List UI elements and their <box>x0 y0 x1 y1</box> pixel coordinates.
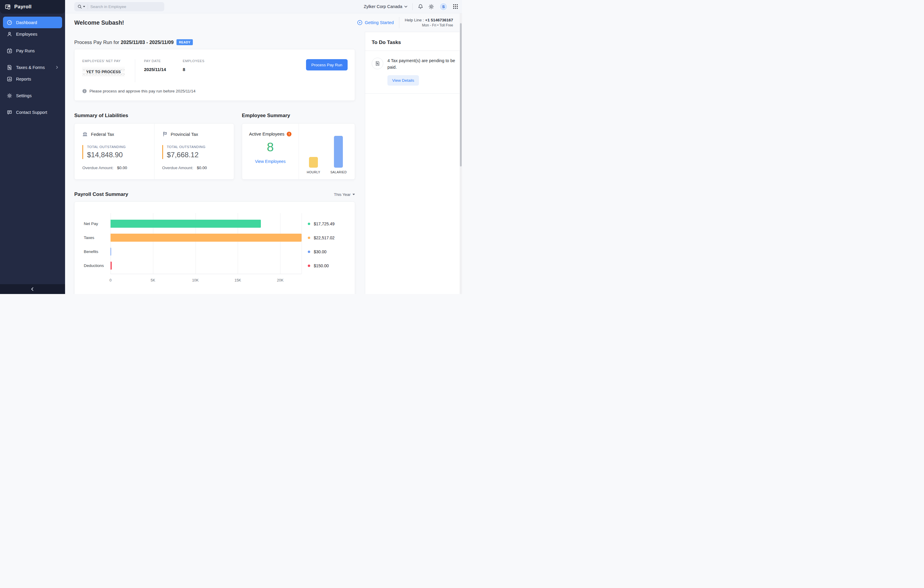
sidebar-item-taxes-forms[interactable]: Taxes & Forms <box>3 61 62 73</box>
legend-value: $17,725.49 <box>314 221 335 226</box>
payrun-col-employees: EMPLOYEES8 <box>183 59 205 72</box>
active-employees-count: 8 <box>267 140 274 154</box>
org-selector[interactable]: Zylker Corp Canada <box>364 4 408 9</box>
payroll-cost-title: Payroll Cost Summary <box>74 192 128 197</box>
view-details-button[interactable]: View Details <box>388 75 419 86</box>
employee-summary-title: Employee Summary <box>242 113 355 119</box>
header-right: Getting Started Help Line :+1 5146736167… <box>357 17 457 28</box>
bar-deductions <box>111 262 112 269</box>
caret-down-icon <box>352 193 355 195</box>
overdue-label: Overdue Amount: <box>162 165 193 170</box>
sidebar-item-reports[interactable]: Reports <box>3 73 62 85</box>
chevron-right-icon <box>56 66 59 69</box>
page-scrollbar[interactable] <box>460 13 462 294</box>
sidebar-item-pay-runs[interactable]: Pay Runs <box>3 45 62 56</box>
notifications-bell-icon[interactable] <box>418 4 423 10</box>
outstanding-label: TOTAL OUTSTANDING <box>87 145 147 149</box>
gridline <box>280 213 280 274</box>
info-icon <box>82 89 87 93</box>
caret-down-icon <box>83 6 85 7</box>
bar-net-pay <box>111 220 261 228</box>
liabilities-section: Summary of Liabilities Federal TaxTOTAL … <box>74 113 234 180</box>
sidebar-item-settings[interactable]: Settings <box>3 90 62 101</box>
chart-x-axis: 05K10K15K20K <box>111 278 302 283</box>
bar <box>334 136 343 168</box>
sidebar-item-contact-support[interactable]: Contact Support <box>3 106 62 118</box>
sidebar-item-label: Contact Support <box>16 110 47 115</box>
legend-item-benefits: $30.00 <box>308 248 327 256</box>
category-label: Taxes <box>84 234 94 242</box>
payrun-col-pay-date: PAY DATE2025/11/14 <box>144 59 166 72</box>
play-circle-icon <box>357 20 363 25</box>
liability-name: Provincial Tax <box>171 132 198 137</box>
sidebar-nav: DashboardEmployeesPay RunsTaxes & FormsR… <box>0 14 65 284</box>
warning-icon[interactable]: ! <box>287 132 292 137</box>
sidebar-item-employees[interactable]: Employees <box>3 28 62 40</box>
employee-summary-card: Active Employees ! 8 View Employees HOUR… <box>242 123 355 180</box>
search-icon[interactable] <box>78 5 85 9</box>
legend-value: $150.00 <box>314 263 329 268</box>
employee-summary-section: Employee Summary Active Employees ! 8 Vi… <box>242 113 355 180</box>
employee-type-bar-salaried: SALARIED <box>330 136 347 174</box>
legend-value: $22,517.02 <box>314 235 335 240</box>
search-input[interactable] <box>90 5 161 9</box>
outstanding-amount: $7,668.12 <box>167 151 226 159</box>
payroll-logo-icon <box>5 3 11 10</box>
taxes-icon <box>7 64 12 70</box>
getting-started-link[interactable]: Getting Started <box>357 20 394 25</box>
body-row: Process Pay Run for2025/11/03 - 2025/11/… <box>65 32 462 294</box>
sidebar-collapse-button[interactable] <box>0 284 65 294</box>
chevron-down-icon <box>404 6 408 8</box>
process-pay-run-button[interactable]: Process Pay Run <box>306 59 348 71</box>
app-window: Payroll DashboardEmployeesPay RunsTaxes … <box>0 0 462 294</box>
status-badge: READY <box>177 39 193 45</box>
category-label: Benefits <box>84 248 98 256</box>
x-tick-label: 20K <box>277 278 284 282</box>
topbar-right: Zylker Corp Canada S <box>364 2 462 11</box>
support-icon <box>7 109 12 115</box>
view-employees-link[interactable]: View Employees <box>255 159 285 164</box>
global-search[interactable] <box>74 2 164 11</box>
dashboard-content: Process Pay Run for2025/11/03 - 2025/11/… <box>65 32 365 294</box>
legend-dot <box>308 237 310 239</box>
user-avatar[interactable]: S <box>439 2 448 11</box>
apps-grid-icon[interactable] <box>453 4 458 9</box>
column-value: 8 <box>183 67 205 72</box>
liabilities-title: Summary of Liabilities <box>74 113 234 119</box>
help-line-hours: Mon - Fri • Toll Free <box>405 23 453 27</box>
todo-panel: To Do Tasks 4 Tax payment(s) are pending… <box>365 32 462 294</box>
settings-gear-icon[interactable] <box>429 4 434 10</box>
legend-value: $30.00 <box>314 249 327 254</box>
app-logo-bar: Payroll <box>0 0 65 14</box>
legend-item-net-pay: $17,725.49 <box>308 220 335 228</box>
search-divider <box>87 4 88 9</box>
flag-icon <box>162 131 168 137</box>
payrun-section-title: Process Pay Run for2025/11/03 - 2025/11/… <box>74 39 355 45</box>
overdue-value: $0.00 <box>117 165 127 170</box>
settings-icon <box>7 93 12 98</box>
payrun-card: EMPLOYEES' NET PAYYET TO PROCESSPAY DATE… <box>74 49 355 101</box>
scrollbar-thumb[interactable] <box>460 23 462 167</box>
column-value: YET TO PROCESS <box>82 67 125 77</box>
payrun-date-range: 2025/11/03 - 2025/11/09 <box>120 40 173 45</box>
payrun-col-employees-net-pay: EMPLOYEES' NET PAYYET TO PROCESS <box>82 59 125 77</box>
sidebar-item-dashboard[interactable]: Dashboard <box>3 17 62 28</box>
column-label: EMPLOYEES' NET PAY <box>82 59 125 63</box>
column-label: PAY DATE <box>144 59 166 63</box>
x-tick-label: 15K <box>234 278 241 282</box>
liability-card-federal-tax: Federal TaxTOTAL OUTSTANDING$14,848.90Ov… <box>74 124 154 179</box>
outstanding-amount: $14,848.90 <box>87 151 147 159</box>
payroll-cost-chart: Net PayTaxesBenefitsDeductions 05K10K15K… <box>74 202 355 294</box>
x-tick-label: 10K <box>192 278 198 282</box>
tax-document-icon <box>372 58 383 69</box>
page-title: Welcome Subash! <box>74 19 124 26</box>
period-filter-dropdown[interactable]: This Year <box>334 192 355 197</box>
sidebar: Payroll DashboardEmployeesPay RunsTaxes … <box>0 0 65 294</box>
legend-item-taxes: $22,517.02 <box>308 234 335 242</box>
todo-task: 4 Tax payment(s) are pending to be paid.… <box>365 51 462 94</box>
bar-taxes <box>111 234 302 242</box>
help-line-number: +1 5146736167 <box>425 18 453 22</box>
chart-plot-area <box>111 213 302 274</box>
bar-label: HOURLY <box>307 170 320 174</box>
employee-type-chart: HOURLYSALARIED <box>299 124 355 179</box>
